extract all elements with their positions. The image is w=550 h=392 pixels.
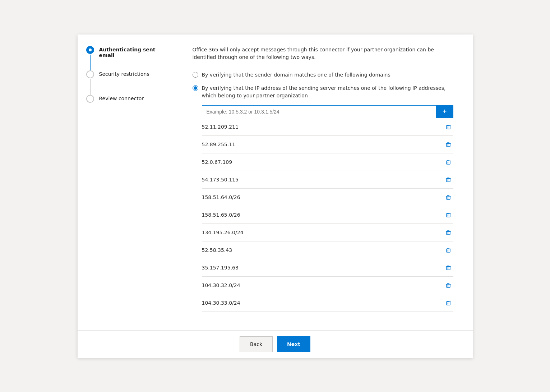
- radio-label-domain: By verifying that the sender domain matc…: [202, 71, 390, 79]
- delete-ip-button[interactable]: [443, 140, 453, 149]
- plus-icon: +: [443, 107, 447, 116]
- ip-value: 35.157.195.63: [202, 265, 239, 271]
- ip-value: 104.30.33.0/24: [202, 300, 240, 306]
- radio-label-ip: By verifying that the IP address of the …: [202, 84, 458, 100]
- step-indicator-3: [86, 95, 94, 103]
- trash-icon: [445, 247, 451, 253]
- ip-value: 52.11.209.211: [202, 124, 239, 130]
- delete-ip-button[interactable]: [443, 211, 453, 219]
- list-item: 104.30.33.0/24: [202, 294, 453, 312]
- list-item: 35.157.195.63: [202, 259, 453, 277]
- trash-icon: [445, 194, 451, 200]
- list-item: 52.11.209.211: [202, 118, 453, 136]
- steps-wrapper: Authenticating sent email Security restr…: [86, 46, 169, 103]
- trash-icon: [445, 300, 451, 306]
- svg-rect-14: [447, 161, 450, 164]
- add-ip-button[interactable]: +: [436, 105, 453, 118]
- dialog-footer: Back Next: [78, 330, 473, 358]
- step-indicator-1: [86, 46, 94, 70]
- step-item-2: Security restrictions: [86, 70, 169, 95]
- dialog-body: Authenticating sent email Security restr…: [78, 34, 473, 330]
- trash-icon: [445, 142, 451, 147]
- trash-icon: [445, 265, 451, 271]
- step-circle-3: [86, 95, 94, 103]
- list-item: 54.173.50.115: [202, 171, 453, 189]
- step-circle-2: [86, 70, 94, 78]
- trash-icon: [445, 212, 451, 218]
- step-item-1: Authenticating sent email: [86, 46, 169, 70]
- step-label-1: Authenticating sent email: [99, 46, 169, 58]
- list-item: 158.51.65.0/26: [202, 206, 453, 224]
- radio-option-ip[interactable]: By verifying that the IP address of the …: [193, 84, 458, 100]
- step-circle-1: [86, 46, 94, 54]
- list-item: 134.195.26.0/24: [202, 224, 453, 241]
- step-connector-2: [90, 79, 91, 95]
- description-text: Office 365 will only accept messages thr…: [193, 46, 451, 61]
- step-indicator-2: [86, 70, 94, 95]
- svg-rect-21: [447, 179, 450, 182]
- ip-value: 54.173.50.115: [202, 177, 239, 183]
- svg-rect-28: [447, 196, 450, 199]
- list-item: 104.30.32.0/24: [202, 277, 453, 294]
- ip-value: 52.89.255.11: [202, 142, 236, 147]
- svg-rect-63: [447, 284, 450, 287]
- svg-rect-7: [447, 143, 450, 147]
- delete-ip-button[interactable]: [443, 299, 453, 307]
- list-item: 158.51.64.0/26: [202, 189, 453, 206]
- trash-icon: [445, 282, 451, 288]
- radio-option-domain[interactable]: By verifying that the sender domain matc…: [193, 71, 458, 79]
- main-content: Office 365 will only accept messages thr…: [178, 34, 473, 330]
- list-item: 52.58.35.43: [202, 241, 453, 259]
- ip-address-input[interactable]: [202, 105, 436, 118]
- trash-icon: [445, 177, 451, 183]
- list-item: 52.89.255.11: [202, 136, 453, 153]
- svg-rect-0: [447, 126, 450, 129]
- ip-value: 52.0.67.109: [202, 159, 232, 165]
- ip-value: 158.51.65.0/26: [202, 212, 240, 218]
- delete-ip-button[interactable]: [443, 246, 453, 254]
- ip-value: 52.58.35.43: [202, 247, 232, 253]
- delete-ip-button[interactable]: [443, 281, 453, 290]
- delete-ip-button[interactable]: [443, 123, 453, 131]
- delete-ip-button[interactable]: [443, 228, 453, 237]
- radio-input-domain[interactable]: [193, 72, 198, 78]
- delete-ip-button[interactable]: [443, 175, 453, 184]
- delete-ip-button[interactable]: [443, 263, 453, 272]
- dialog-container: Authenticating sent email Security restr…: [78, 34, 473, 358]
- sidebar: Authenticating sent email Security restr…: [78, 34, 178, 330]
- svg-rect-70: [447, 302, 450, 305]
- delete-ip-button[interactable]: [443, 158, 453, 166]
- ip-address-list: 52.11.209.211 52.89.255.11 52.0.67.109 5…: [202, 118, 453, 312]
- step-label-2: Security restrictions: [99, 70, 149, 77]
- list-item: 52.0.67.109: [202, 153, 453, 171]
- trash-icon: [445, 159, 451, 165]
- ip-input-row: +: [202, 105, 453, 118]
- step-label-3: Review connector: [99, 95, 144, 101]
- svg-rect-42: [447, 231, 450, 235]
- delete-ip-button[interactable]: [443, 193, 453, 202]
- next-button[interactable]: Next: [277, 336, 310, 352]
- svg-rect-49: [447, 249, 450, 252]
- step-item-3: Review connector: [86, 95, 169, 103]
- ip-value: 158.51.64.0/26: [202, 194, 240, 200]
- back-button[interactable]: Back: [240, 336, 273, 352]
- svg-rect-56: [447, 267, 450, 270]
- radio-input-ip[interactable]: [193, 85, 198, 91]
- ip-value: 134.195.26.0/24: [202, 230, 244, 235]
- trash-icon: [445, 230, 451, 235]
- step-connector-1: [90, 55, 91, 70]
- ip-value: 104.30.32.0/24: [202, 282, 240, 288]
- trash-icon: [445, 124, 451, 130]
- svg-rect-35: [447, 214, 450, 217]
